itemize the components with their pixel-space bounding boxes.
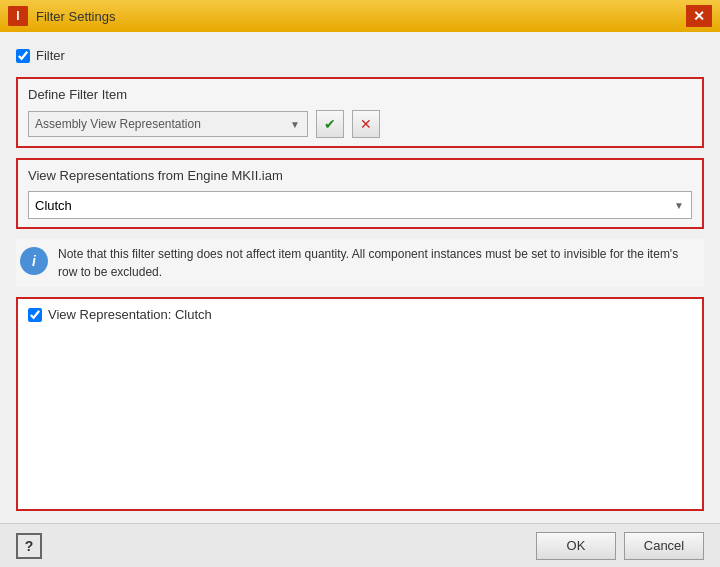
define-filter-title: Define Filter Item — [28, 87, 692, 102]
bottom-bar: ? OK Cancel — [0, 523, 720, 567]
filter-label: Filter — [36, 48, 65, 63]
confirm-filter-button[interactable]: ✔ — [316, 110, 344, 138]
define-filter-controls: Assembly View Representation Part Number… — [28, 110, 692, 138]
info-box: i Note that this filter setting does not… — [16, 239, 704, 287]
view-rep-label: View Representation: Clutch — [48, 307, 212, 322]
titlebar-left: I Filter Settings — [8, 6, 115, 26]
titlebar: I Filter Settings ✕ — [0, 0, 720, 32]
list-item: View Representation: Clutch — [28, 307, 692, 322]
view-representations-section: View Representations from Engine MKII.ia… — [16, 158, 704, 229]
close-button[interactable]: ✕ — [686, 5, 712, 27]
view-rep-dropdown[interactable]: Clutch Default Master — [28, 191, 692, 219]
bottom-left: ? — [16, 533, 42, 559]
assembly-view-dropdown-wrapper: Assembly View Representation Part Number… — [28, 111, 308, 137]
checkbox-list-section: View Representation: Clutch — [16, 297, 704, 511]
filter-checkbox[interactable] — [16, 49, 30, 63]
assembly-view-dropdown[interactable]: Assembly View Representation Part Number… — [28, 111, 308, 137]
info-text: Note that this filter setting does not a… — [58, 245, 700, 281]
main-content: Filter Define Filter Item Assembly View … — [0, 32, 720, 523]
view-representations-title: View Representations from Engine MKII.ia… — [28, 168, 692, 183]
info-icon: i — [20, 247, 48, 275]
filter-row: Filter — [16, 44, 704, 67]
bottom-right: OK Cancel — [536, 532, 704, 560]
cancel-button[interactable]: Cancel — [624, 532, 704, 560]
cancel-filter-button[interactable]: ✕ — [352, 110, 380, 138]
app-icon: I — [8, 6, 28, 26]
ok-button[interactable]: OK — [536, 532, 616, 560]
view-rep-checkbox[interactable] — [28, 308, 42, 322]
define-filter-section: Define Filter Item Assembly View Represe… — [16, 77, 704, 148]
dialog-title: Filter Settings — [36, 9, 115, 24]
help-button[interactable]: ? — [16, 533, 42, 559]
view-rep-dropdown-wrapper: Clutch Default Master — [28, 191, 692, 219]
